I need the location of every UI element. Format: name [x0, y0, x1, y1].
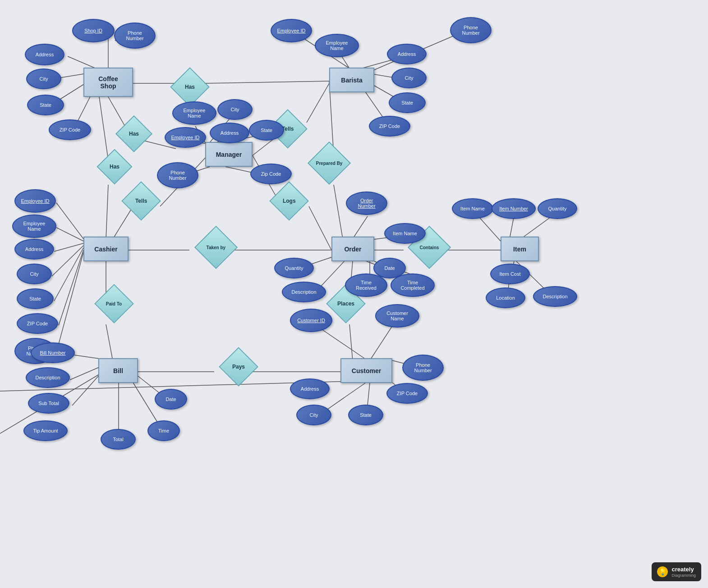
svg-line-39 [54, 248, 83, 301]
attr-item-quantity: Quantity [538, 198, 577, 219]
entity-manager: Manager [205, 142, 253, 167]
svg-line-37 [54, 243, 83, 251]
relation-pays: Pays [219, 347, 258, 387]
relation-has3: Has [97, 149, 132, 184]
attr-mgr-empname: EmployeeName [172, 101, 216, 125]
svg-line-69 [106, 324, 113, 360]
svg-line-28 [307, 83, 329, 123]
svg-line-40 [59, 250, 83, 325]
attr-cust-city: City [296, 405, 331, 425]
svg-line-34 [334, 185, 343, 239]
attr-cust-phone: PhoneNumber [402, 355, 444, 381]
attr-cs-address: Address [25, 44, 64, 65]
attr-bar-empid: Employee ID [271, 19, 312, 42]
entity-bill: Bill [98, 358, 138, 383]
relation-paid-to: Paid To [94, 284, 134, 324]
attr-cust-custid: Customer ID [290, 309, 332, 332]
relation-prepared-by: Prepared By [308, 141, 351, 185]
entity-barista: Barista [329, 68, 374, 92]
attr-cash-address: Address [14, 239, 54, 260]
attr-ord-timecompleted: TimeCompleted [391, 273, 435, 297]
attr-cust-custname: CustomerName [375, 304, 419, 328]
attr-ord-itemname: Item Name [384, 223, 426, 244]
relation-has1: Has [170, 67, 210, 107]
attr-ord-ordernum: OrderNumber [346, 191, 387, 215]
attr-cust-address: Address [290, 378, 330, 399]
svg-line-44 [353, 216, 368, 239]
attr-cash-empid: Employee ID [14, 189, 56, 213]
attr-cs-state: State [27, 95, 64, 115]
attr-mgr-zip: Zip Code [250, 164, 292, 184]
logo-bulb-icon: 💡 [657, 566, 668, 577]
attr-bill-subtotal: Sub Total [28, 393, 69, 414]
relation-taken-by: Taken by [194, 226, 238, 269]
attr-bill-description: Description [26, 367, 70, 388]
attr-mgr-address: Address [210, 123, 249, 143]
svg-line-26 [106, 185, 108, 239]
attr-bill-total: Total [101, 429, 136, 450]
relation-tells2: Tells [121, 181, 161, 221]
attr-mgr-state: State [249, 120, 284, 141]
svg-line-38 [52, 246, 83, 276]
attr-cash-zip: ZIP Code [17, 313, 58, 334]
attr-bill-tipamount: Tip Amount [23, 420, 68, 441]
svg-line-16 [108, 97, 126, 128]
logo-text: creately Diagramming [671, 566, 696, 578]
svg-line-32 [309, 206, 331, 250]
attr-bar-zip: ZIP Code [369, 116, 410, 137]
attr-mgr-empid: Employee ID [165, 127, 206, 148]
attr-cs-city: City [26, 68, 61, 89]
entity-item: Item [501, 237, 539, 261]
attr-bar-phone: PhoneNumber [450, 17, 492, 43]
relation-has2: Has [115, 115, 152, 152]
entity-cashier: Cashier [83, 237, 129, 261]
attr-cs-phone: PhoneNumber [114, 23, 156, 49]
attr-cs-shopid: Shop ID [72, 19, 115, 42]
attr-ord-timereceived: TimeReceived [345, 273, 387, 297]
attr-bar-empname: EmployeeName [315, 34, 359, 57]
entity-customer: Customer [340, 358, 392, 383]
svg-line-60 [349, 324, 353, 360]
creately-logo: 💡 creately Diagramming [652, 562, 701, 581]
attr-bar-address: Address [387, 44, 427, 64]
attr-bill-billnum: Bill Number [31, 342, 75, 363]
attr-cs-zip: ZIP Code [49, 119, 91, 140]
attr-item-itemnum: Item Number [492, 198, 536, 219]
svg-line-41 [56, 252, 83, 352]
attr-item-location: Location [486, 287, 525, 308]
attr-item-description: Description [533, 286, 577, 307]
attr-item-cost: Item Cost [490, 264, 530, 284]
diagram-container: CoffeeShop Barista Manager Cashier Order… [0, 0, 708, 588]
attr-cust-state: State [348, 405, 383, 425]
svg-line-35 [56, 203, 83, 239]
attr-mgr-city: City [217, 99, 253, 120]
attr-bill-time: Time [147, 420, 180, 441]
relation-logs: Logs [269, 181, 309, 221]
svg-line-8 [203, 81, 329, 83]
attr-cash-city: City [17, 264, 52, 284]
attr-cash-empname: EmployeeName [12, 214, 56, 238]
svg-line-36 [56, 228, 83, 241]
entity-order: Order [331, 237, 374, 261]
attr-cash-state: State [17, 288, 54, 309]
attr-bar-city: City [391, 68, 427, 88]
attr-cust-zip: ZIP Code [386, 383, 428, 404]
attr-mgr-phone: PhoneNumber [157, 162, 198, 188]
attr-ord-description: Description [282, 282, 326, 302]
svg-line-25 [99, 97, 108, 160]
entity-coffee-shop: CoffeeShop [83, 68, 133, 97]
attr-bar-state: State [389, 92, 426, 113]
attr-item-itemname: Item Name [452, 198, 493, 219]
attr-ord-quantity: Quantity [274, 258, 314, 278]
attr-bill-date: Date [155, 389, 187, 410]
